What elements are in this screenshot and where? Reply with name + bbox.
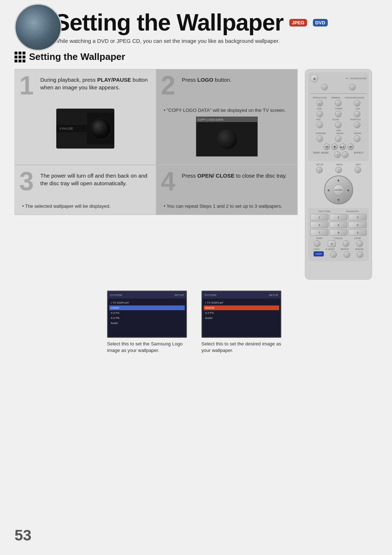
nav-up-arrow: ▲ <box>337 178 340 182</box>
dvd-tuner-aux-labels: DVD TUNER AUX <box>310 108 367 110</box>
asc-label: ASC <box>316 118 320 121</box>
tuner-btn[interactable] <box>335 111 342 117</box>
power-button[interactable]: ⏻ <box>310 74 318 82</box>
menu-43pb-row: 4:3 PB <box>109 316 185 320</box>
menu-header-1: SYSTEM SETUP <box>108 291 186 299</box>
tuner-label: TUNER <box>335 108 342 110</box>
volume-buttons: + - <box>334 151 348 158</box>
bottom-section: SYSTEM SETUP • TV DISPLAY LOGO 4:3 PS 4:… <box>15 291 377 354</box>
setup-label-1: SETUP <box>174 293 184 297</box>
remote-bottom: TEST TONE SOUND EFF 1 2 3 4 5 6 7 8 9 <box>308 208 369 261</box>
movie-btn[interactable] <box>354 135 360 142</box>
top-function-btns: △ <box>310 100 367 106</box>
steps-grid: 1 During playback, press PLAY/PAUSE butt… <box>15 69 298 215</box>
jpeg-badge: JPEG <box>289 19 307 27</box>
open-close-button[interactable]: △ <box>317 100 323 106</box>
nav-section: SETUP MENU INFO ▲ ▼ ◄ ► ENTER <box>308 162 369 208</box>
surr-btn[interactable] <box>314 240 320 247</box>
step-4-note: You can repeat Steps 1 and 2 to set up t… <box>164 203 290 210</box>
header-decorative-image <box>15 4 62 51</box>
next-btn[interactable]: ⏭ <box>347 143 354 150</box>
nav-down-arrow: ▼ <box>337 198 340 202</box>
repeat-btn[interactable] <box>344 251 350 258</box>
num-5-btn[interactable]: 5 <box>330 222 348 228</box>
menu-title-1: SYSTEM <box>110 293 122 297</box>
asc-btn[interactable] <box>317 122 323 128</box>
num-0-btn[interactable]: 0 <box>328 240 336 247</box>
remain-btn[interactable] <box>357 251 363 258</box>
num-6-btn[interactable]: 6 <box>348 222 367 228</box>
enter-btn[interactable]: ENTER <box>333 185 344 195</box>
nav-wheel[interactable]: ▲ ▼ ◄ ► ENTER <box>324 175 353 204</box>
step-3: 3 The power will turn off and then back … <box>15 165 156 215</box>
menu-sub-label-1: • TV DISPLAY <box>111 301 129 304</box>
subtitle-btn[interactable] <box>354 122 360 128</box>
num-7-btn[interactable]: 7 <box>310 229 328 236</box>
step-2-text: Press LOGO button. <box>182 76 290 84</box>
remote-power-row: ⏻ TV DVD/RECEIVER <box>310 74 367 82</box>
music-label: MUSIC <box>336 132 343 134</box>
option-1-desc: Select this to set the Samsung Logo imag… <box>107 341 191 354</box>
super3d-btn[interactable] <box>317 135 323 142</box>
num-4-btn[interactable]: 4 <box>310 222 328 228</box>
setup-label: SETUP <box>316 163 323 166</box>
num-3-btn[interactable]: 3 <box>348 214 367 220</box>
music-btn[interactable] <box>335 135 342 142</box>
logo-btn[interactable]: LOGO <box>314 251 324 256</box>
step-2-screen: COPY LOGO DATA <box>196 117 258 157</box>
slow-btn[interactable] <box>335 122 342 128</box>
step-3-note: The selected wallpaper will be displayed… <box>22 203 148 210</box>
aux-btn[interactable] <box>354 111 360 117</box>
super3-music-movie-labels: SUPER3D MUSIC MOVIE <box>310 132 367 134</box>
remote-area: ⏻ TV DVD/RECEIVER OPEN/CLOSE DIMMER TV/D… <box>305 69 377 280</box>
vol-up-btn[interactable]: + <box>334 151 341 158</box>
step-1: 1 During playback, press PLAY/PAUSE butt… <box>15 69 156 165</box>
info-label: INFO <box>356 163 361 166</box>
option-2-desc: Select this to set the desired image as … <box>201 341 285 354</box>
43pb-label: 4:3 PB <box>111 316 119 320</box>
vol-down-btn[interactable]: - <box>342 151 348 158</box>
setup-btn[interactable] <box>316 167 323 173</box>
info-btn[interactable] <box>355 167 361 173</box>
audio-label-1: Audio <box>111 321 118 325</box>
step-3-number: 3 <box>19 168 34 194</box>
nav-right-arrow: ► <box>347 188 351 192</box>
dvd-button[interactable] <box>349 84 356 90</box>
num-9-btn[interactable]: 9 <box>348 229 367 236</box>
menu-label: MENU <box>336 163 343 166</box>
menu-btn[interactable] <box>335 167 342 173</box>
logo-kvideo-repeat-remain-labels: LOGO K.VIDEO REPEAT REMAIN <box>310 248 367 250</box>
sound-eff-label: SOUND EFF <box>346 210 359 212</box>
display-mode-label: DISPL MODE <box>313 151 329 158</box>
num-2-btn[interactable]: 2 <box>330 214 348 220</box>
aux-label: AUX <box>355 108 360 110</box>
header: Setting the Wallpaper JPEG DVD <box>15 7 377 34</box>
dvd-btn[interactable] <box>317 111 323 117</box>
dots-icon <box>15 52 25 62</box>
subtitle-label: SUBTITLE <box>350 118 361 121</box>
zoom-btn[interactable] <box>356 240 363 247</box>
step-3-text: The power will turn off and then back on… <box>40 172 148 187</box>
play-pause-btn[interactable]: ▶⏸ <box>339 143 346 150</box>
step-1-number: 1 <box>19 72 34 98</box>
kvideo-btn[interactable] <box>330 251 337 258</box>
cancel-btn[interactable] <box>343 240 349 247</box>
karaoke-label: VSM <box>310 129 367 131</box>
dimmer-button[interactable] <box>335 100 342 106</box>
num-8-btn[interactable]: 8 <box>330 229 348 236</box>
logo-label: LOGO <box>313 248 319 250</box>
step-2-number: 2 <box>161 72 175 98</box>
step-3-content: The power will turn off and then back on… <box>40 172 148 201</box>
title-area: Setting the Wallpaper JPEG DVD <box>54 11 328 34</box>
effect-label: EFFECT <box>354 151 364 158</box>
stop-btn[interactable]: ⏹ <box>331 143 338 150</box>
step-4: 4 Press OPEN/ CLOSE to close the disc tr… <box>156 165 298 215</box>
step-2-note: "COPY LOGO DATA" will be displayed on th… <box>164 107 290 114</box>
menu-sub-label-2: • TV DISPLAY <box>205 301 224 304</box>
logo-option-label: LOGO <box>111 306 119 309</box>
prev-btn[interactable]: ⏮ <box>323 143 330 150</box>
tv-button[interactable] <box>321 84 328 90</box>
tv-dvd-rcv-button[interactable] <box>354 100 360 106</box>
num-1-btn[interactable]: 1 <box>310 214 328 220</box>
wallpaper-option-1: SYSTEM SETUP • TV DISPLAY LOGO 4:3 PS 4:… <box>107 291 191 354</box>
